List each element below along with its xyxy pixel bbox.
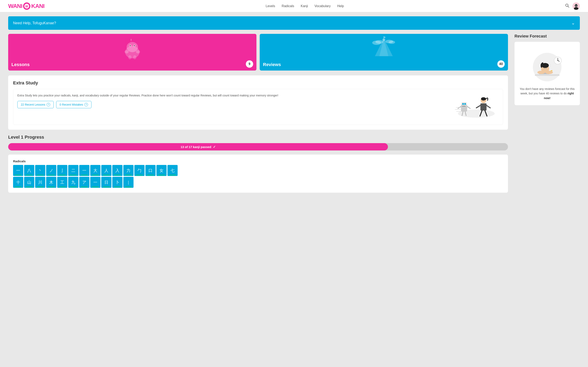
svg-point-8 <box>577 5 577 5</box>
kanji-tile[interactable]: 山 <box>24 177 34 188</box>
help-banner-chevron-icon: ⌄ <box>571 20 575 26</box>
user-avatar[interactable] <box>572 2 580 10</box>
forecast-illustration <box>529 47 566 83</box>
svg-point-16 <box>125 50 129 53</box>
reviews-illustration <box>260 34 508 62</box>
progress-bar-fill: 13 of 17 kanji passed ✓ <box>8 143 388 150</box>
nav-levels[interactable]: Levels <box>266 4 275 8</box>
kanji-tile[interactable]: 十 <box>13 177 23 188</box>
main-content: ! Lessons 9 <box>0 34 588 206</box>
nav-vocabulary[interactable]: Vocabulary <box>314 4 330 8</box>
svg-text:!: ! <box>131 38 132 42</box>
review-forecast-box: You don't have any reviews forecast for … <box>515 42 580 105</box>
progress-bar-text: 13 of 17 kanji passed ✓ <box>181 145 216 149</box>
header: WANI W KANI Levels Radicals Kanji Vocabu… <box>0 0 588 12</box>
reviews-card-label: Reviews <box>263 62 281 67</box>
extra-study-svg <box>454 93 499 120</box>
recent-mistakes-button[interactable]: 0 Recent Mistakes ? <box>56 101 91 108</box>
kanji-tile[interactable]: 卜 <box>112 177 122 188</box>
svg-rect-41 <box>480 103 486 110</box>
lessons-count-badge: 9 <box>246 60 253 68</box>
cards-row: ! Lessons 9 <box>8 34 508 71</box>
level-progress-section: Level 1 Progress 13 of 17 kanji passed ✓… <box>8 134 508 193</box>
kanji-tile[interactable]: 口 <box>145 165 156 176</box>
kanji-tile[interactable]: ノ <box>46 165 56 176</box>
help-banner[interactable]: Need Help, TofuguKanae? ⌄ <box>8 16 580 30</box>
kanji-tile[interactable]: 日 <box>101 177 112 188</box>
extra-study-description: Extra Study lets you practice your radic… <box>17 93 450 98</box>
avatar-image <box>572 2 580 10</box>
forecast-illustration-svg <box>529 47 566 83</box>
nav-radicals[interactable]: Radicals <box>282 4 294 8</box>
radicals-label: Radicals <box>13 159 503 163</box>
extra-study-section: Extra Study Extra Study lets you practic… <box>8 75 508 130</box>
nav-kanji[interactable]: Kanji <box>301 4 308 8</box>
kanji-grid-row1: 一八丶ノ亅二一大人入力勹口女七 <box>13 165 503 176</box>
kanji-tile[interactable]: ｜ <box>123 177 134 188</box>
left-column: ! Lessons 9 <box>8 34 508 198</box>
kanji-tile[interactable]: 亅 <box>57 165 67 176</box>
svg-point-33 <box>464 103 466 105</box>
kanji-tile[interactable]: 丶 <box>35 165 45 176</box>
lessons-illustration-svg: ! <box>118 36 147 60</box>
logo-text-right: KANI <box>31 3 44 9</box>
reviews-illustration-svg <box>370 36 398 60</box>
kanji-tile[interactable]: 女 <box>156 165 167 176</box>
kanji-tile[interactable]: 一 <box>90 177 100 188</box>
svg-point-32 <box>462 103 464 105</box>
svg-point-19 <box>133 55 136 59</box>
reviews-count-badge: 40 <box>497 60 505 68</box>
lessons-illustration: ! <box>8 34 256 62</box>
extra-study-content: Extra Study lets you practice your radic… <box>17 93 450 108</box>
svg-rect-34 <box>462 106 466 106</box>
progress-bar-container: 13 of 17 kanji passed ✓ <box>8 143 508 150</box>
kanji-tile[interactable]: 八 <box>24 165 34 176</box>
svg-point-14 <box>134 45 135 46</box>
kanji-tile[interactable]: 九 <box>68 177 78 188</box>
forecast-text: You don't have any reviews forecast for … <box>519 87 575 100</box>
level-progress-title: Level 1 Progress <box>8 134 508 140</box>
right-column: Review Forecast <box>515 34 580 198</box>
kanji-tile[interactable]: 七 <box>167 165 178 176</box>
kanji-tile[interactable]: 入 <box>112 165 122 176</box>
logo[interactable]: WANI W KANI <box>8 2 44 10</box>
svg-line-36 <box>467 106 470 108</box>
kanji-tile[interactable]: 工 <box>57 177 67 188</box>
extra-study-title: Extra Study <box>13 80 503 86</box>
kanji-tile[interactable]: 力 <box>123 165 134 176</box>
svg-point-26 <box>382 38 385 41</box>
search-icon[interactable] <box>565 3 569 8</box>
svg-point-17 <box>136 50 140 53</box>
kanji-tile[interactable]: 川 <box>35 177 45 188</box>
kanji-tile[interactable]: ア <box>79 177 89 188</box>
kanji-tile[interactable]: 一 <box>13 165 23 176</box>
kanji-tile[interactable]: 一 <box>79 165 89 176</box>
header-icons <box>565 2 580 10</box>
radicals-section: Radicals 一八丶ノ亅二一大人入力勹口女七 十山川木工九ア一日卜｜ <box>8 155 508 193</box>
recent-lessons-help-icon[interactable]: ? <box>47 103 50 106</box>
extra-study-illustration <box>454 93 499 120</box>
logo-text-left: WANI <box>8 3 22 9</box>
help-banner-text: Need Help, TofuguKanae? <box>13 21 56 25</box>
svg-point-7 <box>575 5 576 5</box>
kanji-tile[interactable]: 人 <box>101 165 112 176</box>
kanji-tile[interactable]: 大 <box>90 165 100 176</box>
progress-checkmark-icon: ✓ <box>213 145 216 149</box>
nav-help[interactable]: Help <box>337 4 344 8</box>
review-forecast-title: Review Forecast <box>515 34 580 39</box>
svg-point-13 <box>130 45 131 46</box>
reviews-card[interactable]: Reviews 40 <box>260 34 508 71</box>
recent-lessons-button[interactable]: 22 Recent Lessons ? <box>17 101 54 108</box>
kanji-tile[interactable]: 二 <box>68 165 78 176</box>
extra-study-buttons: 22 Recent Lessons ? 0 Recent Mistakes ? <box>17 101 450 108</box>
svg-text:W: W <box>25 5 28 8</box>
svg-point-18 <box>128 55 131 59</box>
recent-mistakes-help-icon[interactable]: ? <box>84 103 88 106</box>
svg-line-3 <box>568 6 569 7</box>
logo-wanikani-icon: W <box>23 2 30 10</box>
lessons-card[interactable]: ! Lessons 9 <box>8 34 256 71</box>
kanji-tile[interactable]: 勹 <box>134 165 145 176</box>
kanji-tile[interactable]: 木 <box>46 177 56 188</box>
mascot-icon: W <box>24 3 30 9</box>
kanji-grid-row2: 十山川木工九ア一日卜｜ <box>13 177 503 188</box>
